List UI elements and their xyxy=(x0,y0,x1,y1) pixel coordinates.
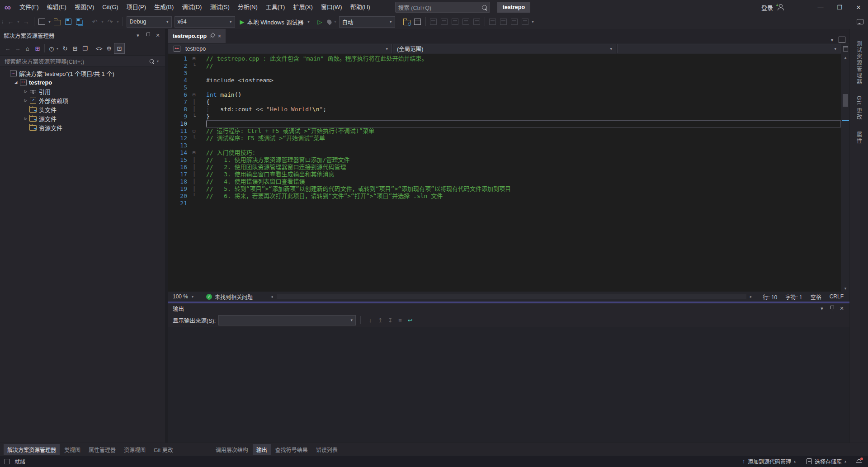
clear-all-icon[interactable]: ≡ xyxy=(395,315,405,325)
chevron-down-icon[interactable]: ▾ xyxy=(57,47,60,51)
navigate-back-icon[interactable]: ← xyxy=(5,16,16,27)
scrollbar-thumb[interactable] xyxy=(843,94,848,107)
tree-item[interactable]: ◢++testrepo xyxy=(0,78,165,87)
tree-item[interactable]: 资源文件 xyxy=(0,123,165,132)
close-tab-icon[interactable]: × xyxy=(218,33,221,39)
decrease-indent-icon[interactable] xyxy=(461,16,472,27)
menu-item[interactable]: 视图(V) xyxy=(71,0,98,14)
tree-item[interactable]: ∞解决方案"testrepo"(1 个项目/共 1 个) xyxy=(0,69,165,78)
save-icon[interactable] xyxy=(63,16,74,27)
tree-item[interactable]: ▷引用 xyxy=(0,87,165,96)
code-line[interactable]: 13 xyxy=(168,142,841,149)
code-line[interactable]: 3 xyxy=(168,70,841,77)
code-line[interactable]: 12└// 调试程序: F5 或调试 >“开始调试”菜单 xyxy=(168,135,841,142)
tool-window-tab[interactable]: 调用层次结构 xyxy=(212,444,252,455)
new-project-caret-icon[interactable]: ▾ xyxy=(47,19,52,24)
code-line[interactable]: 11⊟// 运行程序: Ctrl + F5 或调试 >“开始执行(不调试)”菜单 xyxy=(168,127,841,135)
menu-item[interactable]: 分析(N) xyxy=(234,0,262,14)
scroll-down-icon[interactable]: ▾ xyxy=(841,286,850,291)
code-line[interactable]: 9└} xyxy=(168,113,841,120)
tool-window-tab[interactable]: 查找符号结果 xyxy=(272,444,311,455)
tool-window-tab[interactable]: 解决方案资源管理器 xyxy=(4,444,60,455)
next-message-icon[interactable]: ↧ xyxy=(385,315,395,325)
outlining-margin[interactable]: ⊟ xyxy=(187,91,206,99)
view-code-icon[interactable]: <> xyxy=(94,43,104,53)
navigate-back-caret-icon[interactable]: ▾ xyxy=(16,19,21,24)
track-active-item-icon[interactable]: ⊡ xyxy=(114,43,125,54)
code-line[interactable]: 2└// xyxy=(168,62,841,70)
next-bookmark-icon[interactable] xyxy=(509,16,520,27)
open-file-icon[interactable] xyxy=(52,16,63,27)
pending-changes-filter-icon[interactable]: ◷ xyxy=(47,43,57,53)
menu-item[interactable]: Git(G) xyxy=(98,0,122,14)
refresh-icon[interactable]: ↻ xyxy=(60,43,70,53)
tool-window-tab[interactable]: 类视图 xyxy=(61,444,84,455)
undo-icon[interactable]: ↶ xyxy=(90,16,100,27)
profiler-icon[interactable] xyxy=(428,16,439,27)
tool-window-tab[interactable]: 资源视图 xyxy=(120,444,149,455)
editor-vertical-scrollbar[interactable]: ▴ ▾ xyxy=(841,54,850,292)
undo-caret-icon[interactable]: ▾ xyxy=(100,19,105,24)
pin-icon[interactable] xyxy=(210,33,214,40)
sign-in-button[interactable]: 登录 xyxy=(761,3,773,12)
minimize-button[interactable]: — xyxy=(811,0,830,14)
redo-icon[interactable]: ↷ xyxy=(105,16,116,27)
notifications-bell-icon[interactable] xyxy=(856,459,862,464)
code-line[interactable]: 5 xyxy=(168,84,841,91)
tree-expander-icon[interactable]: ▷ xyxy=(23,90,29,94)
line-ending-indicator[interactable]: CRLF xyxy=(830,293,844,300)
tree-item[interactable]: ▷↗外部依赖项 xyxy=(0,96,165,105)
toolbar-overflow-icon[interactable]: ▾ xyxy=(531,19,535,24)
document-list-chevron-icon[interactable]: ▾ xyxy=(831,38,833,42)
menu-item[interactable]: 扩展(X) xyxy=(289,0,316,14)
scroll-right-icon[interactable]: ▸ xyxy=(747,294,755,299)
configuration-dropdown[interactable]: Debug ▾ xyxy=(127,16,172,28)
select-repository-button[interactable]: 选择存储库 ▴ xyxy=(802,456,851,467)
pin-icon[interactable] xyxy=(828,305,835,312)
redo-caret-icon[interactable]: ▾ xyxy=(116,19,120,24)
close-panel-icon[interactable]: ✕ xyxy=(154,33,161,38)
outlining-margin[interactable]: ⊟ xyxy=(187,127,206,135)
add-to-source-control-button[interactable]: ↑ 添加到源代码管理 ▴ xyxy=(738,456,800,467)
tool-window-tab[interactable]: Git 更改 xyxy=(150,444,177,455)
close-button[interactable]: ✕ xyxy=(849,0,868,14)
code-line[interactable]: 4#include <iostream> xyxy=(168,77,841,84)
document-tab[interactable]: testrepo.cpp × xyxy=(168,29,226,43)
window-menu-icon[interactable]: ▾ xyxy=(134,33,142,38)
find-in-files-icon[interactable] xyxy=(401,16,412,27)
tree-expander-icon[interactable]: ◢ xyxy=(13,80,19,85)
collapse-all-icon[interactable]: ⊟ xyxy=(70,43,80,53)
hot-reload-icon[interactable] xyxy=(326,19,332,25)
increase-indent-icon[interactable] xyxy=(472,16,482,27)
menu-item[interactable]: 文件(F) xyxy=(15,0,43,14)
outlining-margin[interactable]: ⊟ xyxy=(187,149,206,156)
autohide-tab[interactable]: Git 更改 xyxy=(855,94,863,123)
tool-window-tab[interactable]: 属性管理器 xyxy=(85,444,119,455)
tool-window-tab[interactable]: 输出 xyxy=(253,444,271,455)
tree-item[interactable]: 头文件 xyxy=(0,105,165,114)
forward-icon[interactable]: → xyxy=(13,43,23,53)
select-tool-icon[interactable] xyxy=(439,16,450,27)
paste-icon[interactable] xyxy=(450,16,461,27)
code-line[interactable]: 8│┊ std::cout << "Hello World!\n"; xyxy=(168,106,841,113)
properties-icon[interactable]: ⚙ xyxy=(104,43,114,53)
autohide-tab[interactable]: 测试资源管理器 xyxy=(855,39,863,87)
output-source-dropdown[interactable]: ▾ xyxy=(218,315,356,325)
save-all-icon[interactable] xyxy=(74,16,85,27)
code-line[interactable]: 10 xyxy=(168,120,841,127)
scope-dropdown[interactable]: (全局范围) ▾ xyxy=(393,44,616,53)
menu-item[interactable]: 测试(S) xyxy=(206,0,233,14)
split-editor-handle[interactable] xyxy=(841,43,850,54)
code-editor[interactable]: 1⊟// testrepo.cpp : 此文件包含 "main" 函数。程序执行… xyxy=(168,54,850,292)
account-icon[interactable]: + xyxy=(777,4,784,10)
indentation-indicator[interactable]: 空格 xyxy=(811,293,821,301)
navigate-forward-icon[interactable]: → xyxy=(21,16,32,27)
send-feedback-icon[interactable] xyxy=(857,19,863,24)
cursor-line-indicator[interactable]: 行: 10 xyxy=(763,293,777,301)
code-line[interactable]: 21 xyxy=(168,200,841,207)
background-tasks-icon[interactable] xyxy=(5,459,10,464)
cursor-column-indicator[interactable]: 字符: 1 xyxy=(785,293,802,301)
close-panel-icon[interactable]: ✕ xyxy=(838,306,845,311)
solution-explorer-search-box[interactable]: 搜索解决方案资源管理器(Ctrl+;) ▾ xyxy=(0,56,165,67)
code-line[interactable]: 19│// 5. 转到“项目”>“添加新项”以创建新的代码文件，或转到“项目”>… xyxy=(168,185,841,193)
